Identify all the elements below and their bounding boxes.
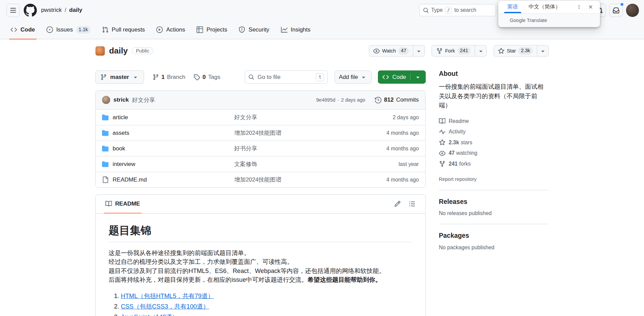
commit-time: 2 days ago — [341, 97, 365, 103]
outline-button[interactable] — [406, 197, 419, 211]
breadcrumb-owner[interactable]: pwstrick — [41, 7, 62, 14]
commit-sha[interactable]: 9e4895d — [316, 97, 336, 103]
tab-issues[interactable]: Issues 1.1k — [41, 21, 96, 39]
file-name-link[interactable]: interview — [113, 161, 135, 168]
translate-tab-chinese[interactable]: 中文（简体） — [524, 1, 566, 13]
file-row: book 好书分享 4 months ago — [96, 141, 425, 156]
code-button[interactable]: Code — [378, 70, 426, 84]
main-column: master 1 Branch 0 Tags Go to file — [95, 62, 426, 316]
play-icon — [156, 26, 163, 33]
file-commit-message[interactable]: 增加2024技能图谱 — [234, 129, 365, 137]
repo-title[interactable]: daily — [109, 46, 128, 56]
fork-button[interactable]: Fork 241 — [431, 45, 475, 57]
slash-key-hint: / — [445, 7, 452, 14]
edit-readme-button[interactable] — [391, 197, 404, 211]
readme-link-html[interactable]: HTML（包括HTML5，共有79道） — [121, 293, 214, 299]
translate-tab-english[interactable]: 英语 — [502, 1, 523, 13]
readme-link-javascript[interactable]: JavaScript（149道） — [121, 314, 179, 316]
commit-meta-separator: · — [337, 97, 339, 103]
tab-code[interactable]: Code — [5, 21, 41, 39]
repo-forked-icon — [436, 48, 443, 54]
sidebar-divider — [439, 190, 549, 190]
chevron-down-icon — [415, 74, 421, 80]
star-dropdown-button[interactable] — [537, 45, 549, 57]
file-commit-message[interactable]: 文案修饰 — [234, 160, 365, 168]
report-repository-link[interactable]: Report repository — [439, 176, 477, 182]
file-name-link[interactable]: assets — [113, 130, 129, 136]
watch-button[interactable]: Watch 47 — [369, 45, 413, 57]
readme-list: HTML（包括HTML5，共有79道） CSS（包括CSS3，共有100道） J… — [108, 291, 412, 316]
repo-owner-avatar[interactable] — [95, 46, 105, 56]
commit-message[interactable]: 好文分享 — [132, 96, 155, 104]
chevron-down-icon — [360, 74, 367, 80]
tab-insights[interactable]: Insights — [275, 21, 316, 39]
user-avatar[interactable] — [626, 4, 639, 17]
list-item: CSS（包括CSS3，共有100道） — [121, 301, 412, 312]
file-commit-message[interactable]: 增加2024技能图谱 — [234, 176, 365, 184]
hamburger-menu-button[interactable] — [6, 4, 20, 17]
commit-author-avatar[interactable] — [102, 96, 110, 104]
packages-title: Packages — [439, 232, 549, 239]
file-commit-message[interactable]: 好书分享 — [234, 145, 365, 152]
translate-tabs-row: 英语 中文（简体） — [498, 1, 600, 13]
chevron-down-icon — [132, 74, 139, 80]
readme-paragraph: 这是一份我从各种途径搜集到的前端面试题目清单。 经过自己的梳理分类以及文字加工，… — [108, 249, 412, 284]
branches-link[interactable]: 1 Branch — [153, 74, 185, 81]
file-row: assets 增加2024技能图谱 4 months ago — [96, 125, 425, 141]
file-name-cell: book — [102, 145, 234, 152]
fork-dropdown-button[interactable] — [475, 45, 487, 57]
visibility-badge: Public — [132, 47, 153, 54]
history-icon — [375, 97, 381, 103]
tags-link[interactable]: 0 Tags — [194, 74, 220, 81]
readme-section: README 题目集锦 这是一份我从各种途径搜集到的前端面试题目清单 — [95, 194, 426, 316]
watch-button-group: Watch 47 — [369, 45, 425, 57]
add-file-button[interactable]: Add file — [335, 70, 371, 84]
button-divider — [410, 74, 410, 80]
repo-forked-icon — [439, 161, 445, 167]
git-branch-icon — [153, 74, 159, 80]
inbox-button[interactable] — [609, 4, 623, 17]
branch-selector[interactable]: master — [95, 70, 144, 84]
sidebar-watching-link[interactable]: 47 watching — [439, 148, 549, 159]
translate-options-button[interactable] — [574, 2, 585, 13]
star-button[interactable]: Star 2.3k — [494, 45, 537, 57]
search-placeholder-suffix: to search — [454, 7, 476, 13]
about-title: About — [439, 70, 549, 78]
commit-author[interactable]: strick — [114, 97, 129, 103]
tab-projects[interactable]: Projects — [191, 21, 233, 39]
file-commit-time: 4 months ago — [365, 146, 419, 152]
folder-icon — [102, 130, 108, 136]
code-icon — [11, 26, 17, 33]
github-logo[interactable] — [24, 4, 37, 17]
sidebar-activity-link[interactable]: Activity — [439, 127, 549, 137]
sidebar-stars-link[interactable]: 2.3k stars — [439, 137, 549, 148]
tab-pull-requests[interactable]: Pull requests — [96, 21, 151, 39]
file-commit-time: last year — [365, 161, 419, 167]
sidebar-forks-link[interactable]: 241 forks — [439, 159, 549, 169]
file-row: interview 文案修饰 last year — [96, 156, 425, 172]
commit-meta: 9e4895d · 2 days ago — [316, 97, 365, 103]
unread-notification-dot — [620, 2, 624, 6]
file-commit-message[interactable]: 好文分享 — [234, 113, 365, 121]
file-name-link[interactable]: book — [113, 145, 125, 152]
tab-readme[interactable]: README — [99, 194, 146, 213]
file-name-link[interactable]: article — [113, 114, 128, 121]
tab-security[interactable]: Security — [233, 21, 275, 39]
file-name-link[interactable]: README.md — [113, 176, 147, 183]
readme-link-css[interactable]: CSS（包括CSS3，共有100道） — [121, 303, 209, 310]
breadcrumb-separator: / — [65, 7, 66, 14]
commit-history-link[interactable]: 812 Commits — [375, 97, 419, 103]
file-name-cell: assets — [102, 130, 234, 136]
t-key-hint: t — [316, 73, 324, 81]
breadcrumb-repo[interactable]: daily — [69, 7, 82, 14]
translate-close-button[interactable] — [585, 2, 596, 13]
global-search-input[interactable]: Type / to search — [419, 4, 496, 16]
fork-button-group: Fork 241 — [431, 45, 487, 57]
chevron-down-icon — [540, 48, 546, 54]
github-mark-icon — [24, 4, 37, 17]
go-to-file-input[interactable]: Go to file t — [245, 70, 328, 84]
tab-actions[interactable]: Actions — [151, 21, 191, 39]
watch-dropdown-button[interactable] — [413, 45, 425, 57]
google-translate-popup: 英语 中文（简体） Google Translate — [498, 1, 600, 27]
sidebar-readme-link[interactable]: Readme — [439, 116, 549, 126]
